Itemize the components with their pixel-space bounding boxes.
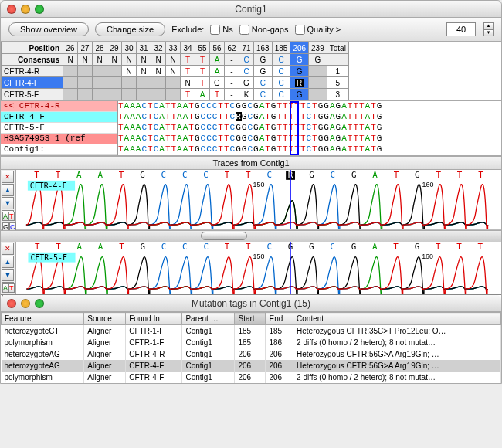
trace-bases-icon[interactable]: ATGC <box>2 282 14 291</box>
svg-text:T: T <box>436 170 441 180</box>
svg-text:A: A <box>372 170 378 180</box>
svg-text:G: G <box>140 170 145 180</box>
svg-text:C: C <box>331 170 336 180</box>
exclude-nongaps-option[interactable]: Non-gaps <box>239 25 289 35</box>
svg-text:160: 160 <box>422 181 434 188</box>
svg-text:T: T <box>35 242 40 252</box>
table-row[interactable]: heterozygoteAGAlignerCFTR-4-RContig12062… <box>2 348 501 360</box>
svg-text:C: C <box>330 242 335 252</box>
svg-text:T: T <box>393 242 399 252</box>
trace-bases-icon[interactable]: ATGC <box>2 210 14 219</box>
toolbar: Show overview Change size Exclude: Ns No… <box>1 18 501 42</box>
show-overview-button[interactable]: Show overview <box>8 22 89 36</box>
alignment-row-label[interactable]: CFTR-5-F <box>1 123 117 134</box>
svg-text:T: T <box>478 170 483 180</box>
column-header[interactable]: Source <box>84 313 126 325</box>
trace-down-icon[interactable]: ▼ <box>2 197 14 209</box>
svg-text:T: T <box>246 242 251 252</box>
mutation-titlebar[interactable]: Mutation tags in Contig1 (15) <box>1 295 501 312</box>
exclude-quality-option[interactable]: Quality > <box>295 25 341 35</box>
main-window: Contig1 Show overview Change size Exclud… <box>0 0 502 384</box>
svg-text:T: T <box>456 242 462 252</box>
svg-text:T: T <box>119 170 124 180</box>
trace-up-icon[interactable]: ▲ <box>2 184 14 196</box>
svg-text:150: 150 <box>253 181 265 188</box>
table-row[interactable]: heterozygoteAGAlignerCFTR-4-FContig12062… <box>2 360 501 372</box>
exclude-nongaps-checkbox[interactable] <box>239 25 249 35</box>
svg-text:CFTR-4-F: CFTR-4-F <box>30 182 67 190</box>
position-table[interactable]: Position26272829303132333455566271163185… <box>1 42 349 100</box>
alignment-pane: << CFTR-4-RCFTR-4-FCFTR-5-FHSA574953 1 (… <box>1 100 501 156</box>
exclude-ns-option[interactable]: Ns <box>210 25 232 35</box>
svg-text:A: A <box>372 242 378 252</box>
trace-remove-icon[interactable]: ✕ <box>2 243 14 255</box>
svg-text:C: C <box>203 242 209 252</box>
svg-text:C: C <box>203 170 209 180</box>
traces-header: Traces from Contig1 <box>1 156 501 170</box>
mutation-tags-window: Mutation tags in Contig1 (15) FeatureSou… <box>1 294 501 383</box>
svg-text:G: G <box>309 170 314 180</box>
stepper-down-icon[interactable]: ▼ <box>483 29 494 36</box>
column-header[interactable]: Found In <box>126 313 182 325</box>
svg-text:C: C <box>182 170 188 180</box>
quality-value-input[interactable] <box>446 22 476 36</box>
svg-text:T: T <box>478 242 483 252</box>
exclude-label: Exclude: <box>171 25 204 34</box>
svg-text:G: G <box>351 170 357 180</box>
mutation-window-title: Mutation tags in Contig1 (15) <box>1 298 501 309</box>
trace-chromatogram-1[interactable]: TTAATGCCCTTCRGCGATGTTT150160CFTR-4-F <box>16 170 501 229</box>
table-row[interactable]: heterozygoteCTAlignerCFTR-1-FContig11851… <box>2 325 501 338</box>
svg-text:G: G <box>415 242 420 252</box>
stepper-up-icon[interactable]: ▲ <box>483 22 494 29</box>
alignment-row-label[interactable]: CFTR-4-F <box>1 112 117 123</box>
window-title: Contig1 <box>1 4 501 15</box>
svg-text:G: G <box>415 170 420 180</box>
svg-text:T: T <box>34 170 39 180</box>
trace-down-icon[interactable]: ▼ <box>2 269 14 281</box>
alignment-row-label[interactable]: << CFTR-4-R <box>1 101 117 112</box>
mutation-table[interactable]: FeatureSourceFound InParent …StartEndCon… <box>1 312 501 383</box>
svg-text:T: T <box>56 170 61 180</box>
table-row[interactable]: polymorphismAlignerCFTR-1-FContig1185186… <box>2 337 501 348</box>
svg-text:A: A <box>97 170 103 180</box>
alignment-labels: << CFTR-4-RCFTR-4-FCFTR-5-FHSA574953 1 (… <box>1 101 118 155</box>
svg-text:T: T <box>119 242 124 252</box>
trace-remove-icon[interactable]: ✕ <box>2 171 14 183</box>
svg-text:150: 150 <box>253 253 265 260</box>
svg-text:C: C <box>161 170 167 180</box>
svg-text:C: C <box>266 170 272 180</box>
trace-chromatogram-2[interactable]: TTAATGCCCTTCGGCGATGTTT150160CFTR-5-F <box>16 242 501 294</box>
trace-scrollbar[interactable] <box>1 230 501 242</box>
svg-text:T: T <box>246 170 251 180</box>
svg-text:T: T <box>225 170 230 180</box>
alignment-sequences[interactable]: TAAACTCATTAATGCCCTTCGGCGATGTTTTTCTGGAGAT… <box>118 101 501 155</box>
svg-text:CFTR-5-F: CFTR-5-F <box>30 253 66 262</box>
trace-pane-1: ✕ ▲ ▼ ATGC TTAATGCCCTTCRGCGATGTTT150160C… <box>1 170 501 230</box>
change-size-button[interactable]: Change size <box>95 22 165 36</box>
svg-text:G: G <box>140 242 145 252</box>
position-table-pane: Position26272829303132333455566271163185… <box>1 42 501 100</box>
column-header[interactable]: End <box>266 313 293 325</box>
column-header[interactable]: Parent … <box>182 313 235 325</box>
scrollbar-thumb[interactable] <box>201 232 247 240</box>
column-header[interactable]: Start <box>235 313 266 325</box>
alignment-row-label[interactable]: Contig1: <box>1 144 117 155</box>
svg-text:G: G <box>351 242 357 252</box>
titlebar[interactable]: Contig1 <box>1 1 501 18</box>
table-row[interactable]: polymorphismAlignerCFTR-4-FContig1206206… <box>2 372 501 383</box>
svg-text:C: C <box>161 242 167 252</box>
svg-text:A: A <box>77 242 83 252</box>
svg-text:T: T <box>457 170 463 180</box>
svg-text:T: T <box>394 170 399 180</box>
column-header[interactable]: Feature <box>2 313 84 325</box>
trace-up-icon[interactable]: ▲ <box>2 256 14 268</box>
alignment-row-label[interactable]: HSA574953 1 (ref <box>1 134 117 144</box>
svg-text:T: T <box>225 242 230 252</box>
column-header[interactable]: Content <box>293 313 501 325</box>
svg-text:160: 160 <box>422 253 433 260</box>
svg-text:T: T <box>436 242 441 252</box>
svg-text:G: G <box>309 242 314 252</box>
svg-text:A: A <box>76 170 82 180</box>
exclude-quality-checkbox[interactable] <box>295 25 305 35</box>
exclude-ns-checkbox[interactable] <box>210 25 220 35</box>
